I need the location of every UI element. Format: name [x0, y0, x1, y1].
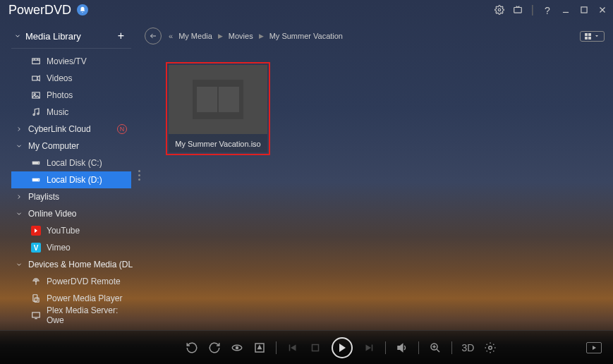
svg-rect-42 [213, 114, 217, 118]
svg-rect-1 [514, 8, 522, 13]
maximize-icon[interactable] [579, 5, 589, 15]
breadcrumb-level1[interactable]: Movies [229, 32, 253, 40]
chevron-right-icon [16, 126, 23, 133]
svg-rect-31 [194, 81, 198, 85]
svg-rect-55 [371, 344, 372, 351]
sidebar: Media Library + Movies/TV Videos Photos [0, 20, 134, 330]
sidebar-section-online-video[interactable]: Online Video [11, 205, 134, 222]
tv-mode-icon[interactable] [513, 5, 523, 15]
volume-button[interactable] [396, 341, 408, 354]
separator [451, 341, 452, 354]
next-button[interactable] [363, 341, 375, 354]
sidebar-section-label: Online Video [28, 209, 77, 219]
svg-rect-43 [219, 114, 223, 118]
media-library-header[interactable]: Media Library + [11, 27, 131, 49]
svg-rect-6 [32, 59, 40, 64]
disk-icon [31, 158, 41, 168]
sidebar-item-label: YouTube [47, 226, 80, 236]
minimize-icon[interactable] [561, 5, 571, 15]
playback-settings-button[interactable] [484, 341, 497, 354]
redo-button[interactable] [208, 341, 221, 354]
stop-button[interactable] [309, 341, 322, 354]
device-icon [31, 293, 41, 303]
svg-point-14 [33, 114, 35, 115]
svg-rect-44 [226, 114, 229, 118]
sidebar-item-label: Photos [47, 90, 73, 100]
undo-button[interactable] [186, 341, 198, 354]
sidebar-section-devices[interactable]: Devices & Home Media (DL [11, 256, 134, 273]
play-button[interactable] [332, 337, 353, 358]
close-icon[interactable] [597, 5, 607, 15]
music-icon [31, 107, 41, 117]
sidebar-section-label: My Computer [28, 141, 79, 151]
breadcrumb-history-icon[interactable]: « [169, 32, 173, 40]
sidebar-section-my-computer[interactable]: My Computer [11, 138, 134, 154]
sidebar-section-playlists[interactable]: Playlists [11, 188, 134, 205]
view-mode-button[interactable] [580, 31, 605, 42]
chevron-down-icon [16, 210, 23, 217]
remote-icon [31, 277, 41, 286]
vr-mode-button[interactable] [253, 341, 266, 354]
sidebar-item-label: Videos [47, 73, 72, 83]
separator [385, 341, 386, 354]
sidebar-item-disk-d[interactable]: Local Disk (D:) [11, 171, 131, 188]
sidebar-item-movies-tv[interactable]: Movies/TV [11, 53, 134, 70]
settings-icon[interactable] [494, 5, 504, 15]
breadcrumb: « My Media ▶ Movies ▶ My Summer Vacation [169, 32, 343, 40]
svg-rect-24 [32, 313, 40, 317]
sidebar-item-music[interactable]: Music [11, 104, 134, 121]
sidebar-item-photos[interactable]: Photos [11, 87, 134, 104]
svg-point-17 [38, 162, 39, 163]
sidebar-item-vimeo[interactable]: V Vimeo [11, 239, 134, 256]
app-title: PowerDVD [8, 3, 71, 18]
svg-rect-40 [200, 114, 204, 118]
sidebar-item-youtube[interactable]: YouTube [11, 222, 134, 239]
sidebar-item-disk-c[interactable]: Local Disk (C:) [11, 154, 134, 171]
filmstrip-icon [193, 80, 243, 119]
prev-button[interactable] [286, 341, 299, 354]
svg-rect-34 [213, 81, 217, 85]
svg-point-19 [38, 179, 39, 180]
svg-marker-54 [365, 344, 371, 351]
separator: | [531, 4, 534, 16]
zoom-button[interactable] [429, 341, 442, 354]
sidebar-section-label: Playlists [28, 192, 59, 202]
sidebar-item-label: Plex Media Server: Owe [47, 305, 134, 325]
mini-player-button[interactable] [586, 342, 602, 353]
back-button[interactable] [145, 28, 162, 44]
sidebar-item-label: PowerDVD Remote [47, 277, 121, 286]
svg-rect-35 [219, 81, 223, 85]
svg-marker-51 [291, 344, 296, 351]
breadcrumb-root[interactable]: My Media [178, 32, 212, 40]
file-item-iso[interactable]: My Summer Vacation.iso [166, 62, 270, 155]
sidebar-section-cyberlink-cloud[interactable]: CyberLink Cloud N [11, 121, 134, 138]
help-icon[interactable]: ? [542, 5, 552, 15]
breadcrumb-separator-icon: ▶ [259, 32, 264, 40]
sidebar-item-videos[interactable]: Videos [11, 70, 134, 87]
svg-marker-50 [257, 346, 261, 349]
svg-rect-36 [226, 81, 229, 85]
sidebar-section-label: CyberLink Cloud [28, 124, 91, 134]
3d-button[interactable]: 3D [462, 342, 475, 353]
svg-point-20 [35, 281, 36, 281]
notifications-button[interactable] [77, 4, 88, 16]
chevron-right-icon [16, 193, 23, 200]
svg-rect-38 [238, 81, 242, 85]
sidebar-item-powerdvd-remote[interactable]: PowerDVD Remote [11, 273, 134, 290]
sidebar-section-label: Devices & Home Media (DL [28, 260, 133, 269]
separator [276, 341, 277, 354]
truetheater-button[interactable] [231, 341, 243, 354]
chevron-down-icon [14, 32, 21, 40]
sidebar-item-label: Music [47, 107, 68, 117]
add-media-button[interactable]: + [118, 30, 124, 42]
player-bar: 3D [0, 330, 613, 364]
vimeo-icon: V [31, 243, 41, 253]
sidebar-item-plex[interactable]: Plex Media Server: Owe [11, 307, 134, 324]
sidebar-item-power-media-player[interactable]: Power Media Player [11, 290, 134, 307]
svg-rect-41 [207, 114, 210, 118]
breadcrumb-level2[interactable]: My Summer Vacation [269, 32, 343, 40]
svg-rect-33 [207, 81, 210, 85]
sidebar-resize-handle[interactable] [134, 20, 145, 330]
new-badge: N [117, 124, 127, 134]
chevron-down-icon [16, 261, 23, 268]
